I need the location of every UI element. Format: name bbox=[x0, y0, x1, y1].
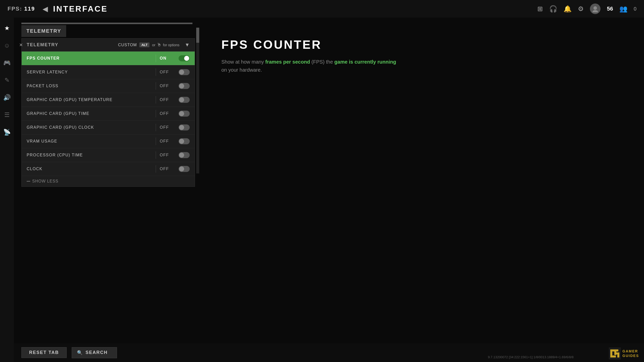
setting-row-packet-loss[interactable]: PACKET LOSS OFF bbox=[22, 79, 195, 93]
sidebar-icon-edit[interactable]: ✎ bbox=[3, 75, 12, 86]
show-less-label: SHOW LESS bbox=[32, 179, 58, 184]
svg-point-1 bbox=[592, 10, 598, 12]
fps-label: FPS: bbox=[8, 6, 22, 12]
toggle-track bbox=[179, 97, 190, 103]
packet-loss-label: PACKET LOSS bbox=[27, 84, 152, 88]
or-text: or bbox=[152, 43, 155, 47]
toggle-track bbox=[179, 152, 190, 158]
packet-loss-value: OFF bbox=[160, 84, 175, 88]
cpu-time-value: OFF bbox=[160, 153, 175, 157]
toggle-track bbox=[179, 166, 190, 172]
setting-row-vram-usage[interactable]: VRAM USAGE OFF bbox=[22, 134, 195, 148]
divider bbox=[156, 138, 156, 145]
bell-icon[interactable]: 🔔 bbox=[564, 5, 572, 13]
divider bbox=[156, 82, 156, 90]
gpu-time-toggle[interactable] bbox=[179, 111, 190, 117]
info-title: FPS COUNTER bbox=[221, 38, 629, 52]
setting-row-clock[interactable]: CLOCK OFF bbox=[22, 162, 195, 176]
divider bbox=[156, 124, 156, 131]
svg-rect-5 bbox=[614, 349, 616, 355]
tab-header: TELEMETRY bbox=[21, 25, 66, 37]
setting-row-cpu-time[interactable]: PROCESSOR (CPU) TIME OFF bbox=[22, 148, 195, 162]
search-button[interactable]: 🔍 SEARCH bbox=[72, 347, 117, 358]
sidebar-icon-sound[interactable]: 🔊 bbox=[1, 92, 13, 103]
right-panel: FPS COUNTER Show at how many frames per … bbox=[206, 18, 644, 362]
setting-row-gpu-time[interactable]: GRAPHIC CARD (GPU) TIME OFF bbox=[22, 107, 195, 121]
settings-panel: TELEMETRY ✕ TELEMETRY CUSTOM ALT or 🖱 fo… bbox=[21, 25, 195, 187]
vram-usage-value: OFF bbox=[160, 139, 175, 144]
clock-toggle[interactable] bbox=[179, 166, 190, 172]
section-label: TELEMETRY bbox=[27, 42, 118, 48]
main-content: TELEMETRY ✕ TELEMETRY CUSTOM ALT or 🖱 fo… bbox=[14, 18, 203, 362]
scrollbar-track[interactable] bbox=[196, 28, 199, 173]
setting-row-server-latency[interactable]: SERVER LATENCY OFF bbox=[22, 65, 195, 79]
gpu-clock-value: OFF bbox=[160, 125, 175, 130]
divider bbox=[156, 55, 156, 62]
clock-value: OFF bbox=[160, 167, 175, 171]
gpu-temp-value: OFF bbox=[160, 98, 175, 102]
cpu-time-label: PROCESSOR (CPU) TIME bbox=[27, 153, 152, 157]
gg-logo-icon bbox=[609, 347, 621, 359]
setting-row-gpu-temp[interactable]: GRAPHIC CARD (GPU) TEMPERATURE OFF bbox=[22, 93, 195, 107]
sidebar-icon-controller[interactable]: 🎮 bbox=[1, 57, 13, 68]
gpu-temp-toggle[interactable] bbox=[179, 97, 190, 103]
sidebar-icon-antenna[interactable]: 📡 bbox=[1, 127, 13, 138]
highlight-running: game is currently running bbox=[334, 59, 396, 65]
scrollbar-thumb[interactable] bbox=[196, 28, 199, 43]
close-icon[interactable]: ✕ bbox=[19, 42, 23, 48]
telemetry-section: ✕ TELEMETRY CUSTOM ALT or 🖱 for options … bbox=[21, 38, 195, 187]
gamer-guides-watermark: GAMER GUIDES bbox=[609, 347, 639, 359]
user-avatar[interactable] bbox=[590, 4, 600, 14]
vram-usage-toggle[interactable] bbox=[179, 138, 190, 144]
gpu-clock-label: GRAPHIC CARD (GPU) CLOCK bbox=[27, 125, 152, 130]
sidebar-icon-menu[interactable]: ☰ bbox=[2, 109, 12, 120]
info-description: Show at how many frames per second (FPS)… bbox=[221, 58, 397, 74]
toggle-track bbox=[179, 111, 190, 117]
show-less-button[interactable]: SHOW LESS bbox=[22, 176, 195, 187]
toggle-thumb bbox=[184, 56, 189, 61]
highlight-fps: frames per second bbox=[265, 59, 310, 65]
fps-counter-toggle[interactable] bbox=[179, 55, 190, 61]
headset-icon[interactable]: 🎧 bbox=[549, 5, 557, 13]
reset-tab-button[interactable]: RESET TAB bbox=[21, 347, 67, 358]
setting-row-gpu-clock[interactable]: GRAPHIC CARD (GPU) CLOCK OFF bbox=[22, 121, 195, 134]
setting-row-fps-counter[interactable]: FPS COUNTER ON bbox=[22, 52, 195, 65]
toggle-thumb bbox=[179, 70, 184, 75]
gpu-clock-toggle[interactable] bbox=[179, 124, 190, 130]
toggle-track bbox=[179, 124, 190, 130]
svg-rect-8 bbox=[617, 352, 619, 357]
back-button[interactable]: ◀ bbox=[43, 5, 48, 13]
svg-rect-6 bbox=[610, 355, 616, 357]
toggle-thumb bbox=[179, 153, 184, 158]
bottom-bar: RESET TAB 🔍 SEARCH bbox=[14, 343, 644, 362]
divider bbox=[156, 165, 156, 173]
toggle-thumb bbox=[179, 125, 184, 130]
server-latency-toggle[interactable] bbox=[179, 69, 190, 75]
coords-display: 9.7.13200072 [34:222:1561+1] 1/8/0013.18… bbox=[488, 355, 574, 359]
svg-point-0 bbox=[593, 6, 597, 10]
packet-loss-toggle[interactable] bbox=[179, 83, 190, 89]
divider bbox=[156, 96, 156, 104]
sidebar-icon-star[interactable]: ★ bbox=[2, 23, 12, 34]
toggle-track bbox=[179, 55, 190, 61]
server-latency-value: OFF bbox=[160, 70, 175, 74]
cpu-time-toggle[interactable] bbox=[179, 152, 190, 158]
for-options-text: for options bbox=[163, 43, 179, 47]
dropdown-arrow[interactable]: ▼ bbox=[185, 42, 190, 48]
server-latency-label: SERVER LATENCY bbox=[27, 70, 152, 74]
settings-icon[interactable]: ⚙ bbox=[578, 5, 584, 13]
fps-counter-label: FPS COUNTER bbox=[27, 56, 152, 61]
grid-icon[interactable]: ⊞ bbox=[537, 5, 543, 13]
mouse-icon: 🖱 bbox=[157, 42, 162, 48]
toggle-track bbox=[179, 83, 190, 89]
page-title: INTERFACE bbox=[53, 4, 108, 14]
divider bbox=[156, 110, 156, 117]
friends-icon[interactable]: 👥 bbox=[619, 5, 627, 13]
toggle-track bbox=[179, 138, 190, 144]
sidebar-icon-profile[interactable]: ☺ bbox=[2, 40, 12, 51]
toggle-thumb bbox=[179, 139, 184, 144]
gpu-time-value: OFF bbox=[160, 111, 175, 116]
toggle-thumb bbox=[179, 166, 184, 171]
toggle-thumb bbox=[179, 111, 184, 116]
section-value: CUSTOM bbox=[118, 43, 137, 47]
